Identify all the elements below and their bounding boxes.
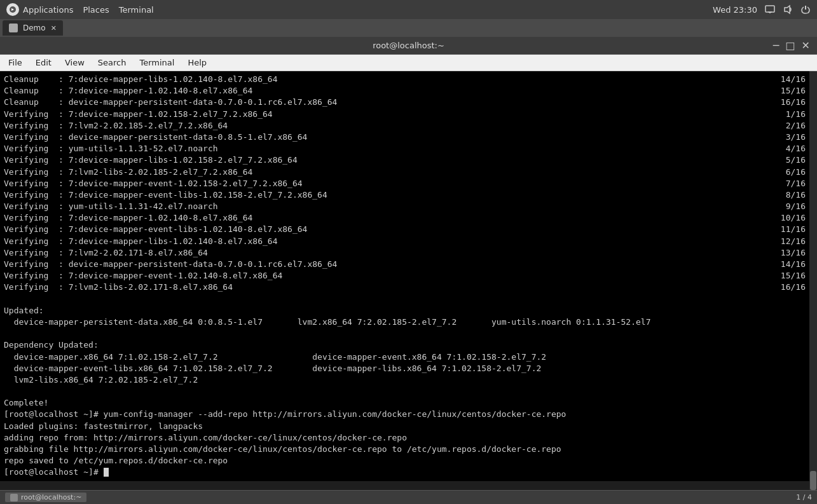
volume-icon[interactable] (783, 4, 793, 15)
terminal-blank-line2 (4, 328, 806, 339)
close-button[interactable]: ✕ (800, 39, 812, 51)
app-menu-container[interactable]: Applications (6, 3, 73, 16)
tab-demo[interactable]: Demo ✕ (3, 20, 63, 36)
system-bar-left: Applications Places Terminal (6, 3, 154, 16)
terminal-updated-header: Updated: (4, 305, 806, 317)
terminal-dep-line2: device-mapper-event-libs.x86_64 7:1.02.1… (4, 363, 806, 374)
terminal-complete: Complete! (4, 397, 806, 409)
terminal-dep-line3: lvm2-libs.x86_64 7:2.02.185-2.el7_7.2 (4, 374, 806, 386)
terminal-prompt2: [root@localhost ~]# (4, 467, 806, 478)
svg-rect-1 (766, 6, 774, 12)
terminal-line: Verifying : device-mapper-persistent-dat… (4, 259, 806, 270)
terminal-window: root@localhost:~ ─ □ ✕ File Edit View Se… (0, 37, 817, 504)
terminal-line: Cleanup : 7:device-mapper-libs-1.02.140-… (4, 74, 806, 85)
terminal-content[interactable]: Cleanup : 7:device-mapper-libs-1.02.140-… (0, 71, 809, 481)
menu-file[interactable]: File (3, 57, 27, 69)
terminal-blank-line3 (4, 386, 806, 397)
terminal-line: Cleanup : 7:device-mapper-1.02.140-8.el7… (4, 85, 806, 97)
terminal-scroll-area: Cleanup : 7:device-mapper-libs-1.02.140-… (0, 71, 817, 490)
status-tab-icon (10, 494, 18, 501)
terminal-updated-line: device-mapper-persistent-data.x86_64 0:0… (4, 317, 806, 328)
terminal-line: Verifying : 7:device-mapper-libs-1.02.15… (4, 154, 806, 166)
power-icon[interactable] (800, 4, 811, 15)
terminal-cursor (104, 468, 109, 477)
tab-bar: Demo ✕ (0, 19, 817, 37)
terminal-label[interactable]: Terminal (119, 5, 154, 15)
menu-view[interactable]: View (60, 57, 90, 69)
terminal-line: Verifying : 7:device-mapper-libs-1.02.14… (4, 236, 806, 247)
status-tab[interactable]: root@localhost:~ (5, 493, 86, 502)
terminal-scrollbar-thumb[interactable] (810, 471, 816, 490)
system-bar-right: Wed 23:30 (713, 4, 811, 15)
terminal-title-bar: root@localhost:~ ─ □ ✕ (0, 37, 817, 55)
menu-help[interactable]: Help (182, 57, 212, 69)
terminal-repo-saved: repo saved to /etc/yum.repos.d/docker-ce… (4, 455, 806, 467)
terminal-dep-header: Dependency Updated: (4, 339, 806, 351)
terminal-window-controls: ─ □ ✕ (771, 39, 812, 51)
terminal-dep-line1: device-mapper.x86_64 7:1.02.158-2.el7_7.… (4, 351, 806, 363)
terminal-blank-line (4, 294, 806, 305)
terminal-adding: adding repo from: http://mirrors.aliyun.… (4, 432, 806, 444)
terminal-loaded: Loaded plugins: fastestmirror, langpacks (4, 421, 806, 432)
terminal-line: Verifying : yum-utils-1.1.31-52.el7.noar… (4, 143, 806, 154)
terminal-line: Cleanup : device-mapper-persistent-data-… (4, 97, 806, 108)
terminal-line: Verifying : 7:device-mapper-event-1.02.1… (4, 270, 806, 282)
page-indicator: 1 / 4 (796, 493, 812, 501)
maximize-button[interactable]: □ (783, 39, 797, 51)
terminal-scrollbar[interactable] (809, 71, 817, 490)
tab-label: Demo (23, 24, 46, 32)
menu-terminal[interactable]: Terminal (134, 57, 179, 69)
places-label[interactable]: Places (83, 5, 109, 15)
terminal-line: Verifying : device-mapper-persistent-dat… (4, 132, 806, 143)
applications-label[interactable]: Applications (23, 5, 73, 15)
terminal-menu-bar: File Edit View Search Terminal Help (0, 55, 817, 71)
terminal-scroll-content: Cleanup : 7:device-mapper-libs-1.02.140-… (0, 71, 809, 490)
terminal-line: Verifying : 7:lvm2-libs-2.02.171-8.el7.x… (4, 282, 806, 293)
terminal-line: Verifying : 7:device-mapper-1.02.158-2.e… (4, 109, 806, 120)
tab-icon (9, 24, 18, 32)
tab-close-button[interactable]: ✕ (51, 24, 57, 32)
terminal-line: Verifying : 7:lvm2-2.02.171-8.el7.x86_64… (4, 247, 806, 259)
terminal-line: Verifying : 7:lvm2-2.02.185-2.el7_7.2.x8… (4, 120, 806, 132)
terminal-line: Verifying : 7:device-mapper-event-1.02.1… (4, 178, 806, 189)
svg-marker-4 (785, 6, 790, 13)
terminal-command1: [root@localhost ~]# yum-config-manager -… (4, 409, 806, 420)
terminal-title: root@localhost:~ (373, 41, 444, 50)
minimize-button[interactable]: ─ (771, 39, 781, 51)
terminal-line: Verifying : 7:device-mapper-event-libs-1… (4, 189, 806, 201)
menu-edit[interactable]: Edit (31, 57, 57, 69)
terminal-line: Verifying : 7:device-mapper-event-libs-1… (4, 224, 806, 235)
terminal-line: Verifying : yum-utils-1.1.31-42.el7.noar… (4, 201, 806, 212)
clock: Wed 23:30 (713, 5, 757, 15)
terminal-line: Verifying : 7:device-mapper-1.02.140-8.e… (4, 212, 806, 224)
display-icon[interactable] (765, 4, 775, 15)
terminal-line: Verifying : 7:lvm2-libs-2.02.185-2.el7_7… (4, 167, 806, 178)
system-bar: Applications Places Terminal Wed 23:30 (0, 0, 817, 19)
terminal-status-bar: root@localhost:~ 1 / 4 (0, 490, 817, 504)
status-tab-label: root@localhost:~ (21, 493, 81, 501)
menu-search[interactable]: Search (93, 57, 132, 69)
app-menu-icon (6, 3, 19, 16)
terminal-grabbing: grabbing file http://mirrors.aliyun.com/… (4, 444, 806, 455)
